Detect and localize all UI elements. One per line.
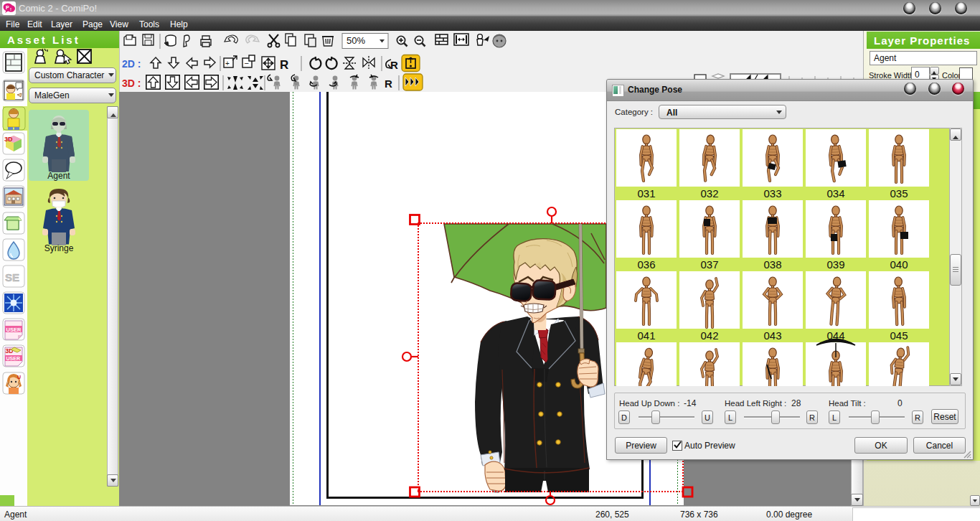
svg-text:038: 038	[763, 258, 781, 271]
svg-text:2D :: 2D :	[122, 58, 141, 70]
svg-text:USER: USER	[6, 356, 20, 361]
svg-text:035: 035	[890, 187, 908, 200]
svg-text:!: !	[10, 7, 11, 11]
svg-text:039: 039	[826, 258, 844, 271]
svg-text:+: +	[225, 60, 230, 67]
svg-text:SE: SE	[5, 271, 19, 283]
svg-text:USER: USER	[6, 327, 22, 333]
svg-text:037: 037	[700, 258, 718, 271]
svg-text:045: 045	[890, 329, 908, 342]
svg-text:036: 036	[637, 258, 655, 271]
svg-text:043: 043	[763, 329, 781, 342]
svg-text:U: U	[17, 375, 21, 380]
svg-text:P: P	[6, 5, 9, 10]
svg-text:50%: 50%	[347, 35, 365, 46]
svg-text:R: R	[385, 78, 392, 90]
svg-text:042: 042	[700, 329, 718, 342]
svg-text:−: −	[245, 59, 249, 67]
svg-text:040: 040	[890, 258, 908, 271]
svg-text:041: 041	[637, 329, 655, 342]
svg-text:R: R	[390, 59, 398, 71]
svg-text:031: 031	[637, 187, 655, 200]
svg-text:034: 034	[826, 187, 844, 200]
svg-text:032: 032	[700, 187, 718, 200]
svg-text:3D: 3D	[4, 136, 13, 143]
svg-text:033: 033	[763, 187, 781, 200]
svg-text:R: R	[280, 58, 288, 72]
svg-text:3D :: 3D :	[122, 78, 141, 89]
